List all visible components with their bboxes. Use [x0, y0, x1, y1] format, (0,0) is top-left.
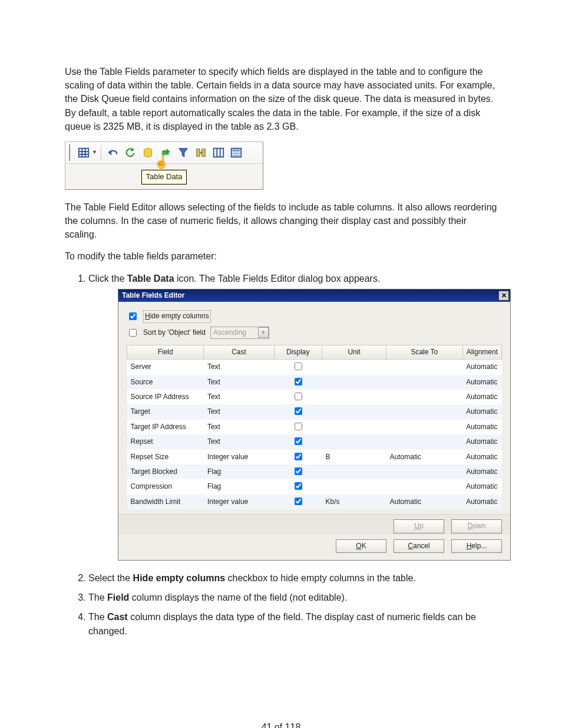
cell-scale-to [386, 390, 463, 404]
display-checkbox[interactable] [295, 393, 302, 400]
sort-by-object-checkbox[interactable] [129, 329, 137, 337]
display-checkbox[interactable] [295, 437, 302, 445]
cell-alignment: Automatic [462, 404, 501, 419]
display-checkbox[interactable] [295, 467, 302, 475]
svg-rect-12 [233, 149, 240, 151]
cell-display[interactable] [274, 479, 322, 494]
cell-display[interactable] [274, 360, 322, 375]
cell-display[interactable] [274, 420, 322, 434]
table-row[interactable]: Source IP AddressTextAutomatic [127, 390, 502, 404]
cell-unit [322, 360, 386, 375]
cell-unit [322, 479, 386, 494]
dialog-title: Table Fields Editor [122, 291, 184, 301]
cell-cast: Text [204, 420, 274, 434]
cell-field: Source IP Address [127, 390, 204, 404]
cell-field: Server [127, 360, 204, 375]
layout-icon[interactable] [229, 145, 244, 160]
table-row[interactable]: CompressionFlagAutomatic [127, 479, 502, 494]
ok-button[interactable]: OK [336, 539, 386, 553]
display-checkbox[interactable] [295, 407, 302, 415]
help-button[interactable]: Help... [451, 539, 502, 553]
table-row[interactable]: SourceTextAutomatic [127, 375, 502, 390]
svg-rect-13 [233, 153, 240, 154]
table-icon[interactable] [76, 145, 91, 160]
close-icon[interactable]: ✕ [498, 291, 509, 301]
table-row[interactable]: RepsetTextAutomatic [127, 434, 502, 449]
col-header-alignment[interactable]: Alignment [462, 345, 501, 359]
cell-display[interactable] [274, 450, 322, 465]
step-4: The Cast column displays the data type o… [88, 610, 497, 637]
cell-display[interactable] [274, 404, 322, 419]
cell-scale-to [386, 360, 463, 375]
display-checkbox[interactable] [295, 363, 302, 370]
table-row[interactable]: Target BlockedFlagAutomatic [127, 465, 502, 479]
cell-field: Target Blocked [127, 465, 204, 479]
sort-by-object-label: Sort by 'Object' field [143, 328, 206, 338]
step-2-b: Hide empty columns [133, 573, 225, 583]
cell-scale-to [386, 465, 463, 479]
cell-cast: Text [204, 404, 274, 419]
display-checkbox[interactable] [295, 423, 302, 430]
table-row[interactable]: ServerTextAutomatic [127, 360, 502, 375]
step-4-b: Cast [107, 612, 128, 622]
dropdown-caret-icon[interactable]: ▼ [92, 149, 97, 156]
table-row[interactable]: Target IP AddressTextAutomatic [127, 420, 502, 434]
cell-display[interactable] [274, 375, 322, 390]
display-checkbox[interactable] [295, 482, 302, 490]
cell-alignment: Automatic [462, 360, 501, 375]
cell-scale-to [386, 420, 463, 434]
cell-unit: B [322, 450, 386, 465]
undo-icon[interactable] [105, 145, 120, 160]
hide-empty-columns-checkbox[interactable] [129, 312, 137, 320]
cell-field: Target IP Address [127, 420, 204, 434]
cancel-button[interactable]: Cancel [394, 539, 444, 553]
col-header-display[interactable]: Display [274, 345, 322, 359]
cell-scale-to [386, 375, 463, 390]
col-header-field[interactable]: Field [127, 345, 204, 359]
toolbar-grip [69, 144, 72, 161]
cell-cast: Text [204, 434, 274, 449]
cell-alignment: Automatic [462, 465, 501, 479]
table-row[interactable]: Repset SizeInteger valueBAutomaticAutoma… [127, 450, 502, 465]
table-data-icon[interactable] [140, 145, 156, 160]
cell-cast: Integer value [204, 450, 274, 465]
cell-display[interactable] [274, 465, 322, 479]
cell-scale-to [386, 404, 463, 419]
table-row[interactable]: Bandwidth LimitInteger valueKb/sAutomati… [127, 495, 502, 509]
col-header-scale-to[interactable]: Scale To [386, 345, 463, 359]
cell-cast: Text [204, 360, 274, 375]
display-checkbox[interactable] [295, 498, 302, 505]
toolbar-separator [101, 146, 101, 160]
cell-unit [322, 404, 386, 419]
cell-unit [322, 434, 386, 449]
cell-alignment: Automatic [462, 375, 501, 390]
step-2-a: Select the [88, 573, 133, 583]
display-checkbox[interactable] [295, 453, 302, 460]
cell-unit [322, 390, 386, 404]
svg-rect-14 [233, 155, 240, 156]
display-checkbox[interactable] [295, 378, 302, 386]
down-button[interactable]: Down [451, 519, 502, 533]
cell-cast: Integer value [204, 495, 274, 509]
svg-rect-6 [197, 149, 200, 157]
step-1-b: Table Data [127, 274, 174, 284]
cell-display[interactable] [274, 390, 322, 404]
cell-unit [322, 465, 386, 479]
cell-scale-to [386, 479, 463, 494]
fields-table: Field Cast Display Unit Scale To Alignme… [127, 345, 502, 509]
cell-alignment: Automatic [462, 434, 501, 449]
table-columns-icon[interactable] [211, 145, 226, 160]
filter-icon[interactable] [176, 145, 191, 160]
cell-display[interactable] [274, 495, 322, 509]
swap-icon[interactable] [158, 145, 173, 160]
col-header-cast[interactable]: Cast [204, 345, 274, 359]
cell-display[interactable] [274, 434, 322, 449]
up-button[interactable]: Up [394, 519, 444, 533]
table-row[interactable]: TargetTextAutomatic [127, 404, 502, 419]
step-3-c: column displays the name of the field (n… [129, 592, 347, 602]
cell-cast: Flag [204, 479, 274, 494]
move-column-icon[interactable] [193, 145, 209, 160]
col-header-unit[interactable]: Unit [322, 345, 386, 359]
refresh-icon[interactable] [123, 145, 138, 160]
step-1: Click the Table Data icon. The Table Fie… [88, 272, 497, 561]
